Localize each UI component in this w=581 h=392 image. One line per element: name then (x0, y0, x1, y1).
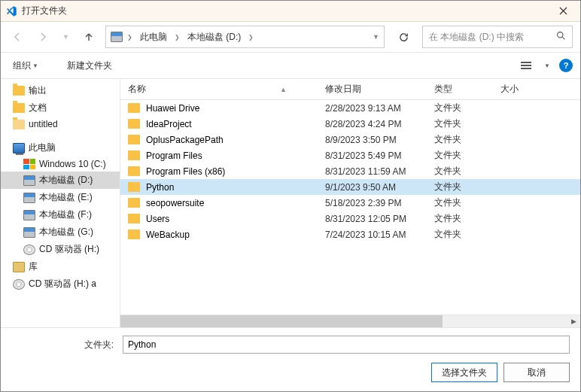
tree-node[interactable]: 本地磁盘 (G:) (1, 223, 120, 241)
tree-node[interactable]: 本地磁盘 (F:) (1, 206, 120, 223)
file-row[interactable]: WeBackup7/24/2023 10:15 AM文件夹 (120, 226, 580, 242)
folder-icon (13, 120, 25, 129)
scrollbar-right-arrow[interactable]: ▶ (567, 315, 580, 327)
file-row[interactable]: Program Files (x86)8/31/2023 11:59 AM文件夹 (120, 163, 580, 179)
folder-input[interactable] (123, 336, 570, 354)
svg-point-0 (558, 32, 563, 38)
folder-label: 文件夹: (11, 339, 117, 351)
view-button[interactable] (517, 59, 535, 71)
horizontal-scrollbar[interactable]: ▶ (120, 315, 580, 327)
disk-icon (23, 227, 35, 238)
chevron-right-icon: ❯ (248, 34, 254, 41)
folder-icon (128, 135, 140, 144)
tree-node[interactable]: CD 驱动器 (H:) a (1, 275, 120, 293)
file-row[interactable]: OplusPackagePath8/9/2023 3:50 PM文件夹 (120, 132, 580, 147)
close-button[interactable] (550, 1, 576, 21)
folder-icon (13, 86, 25, 96)
tree-node[interactable]: 本地磁盘 (E:) (1, 189, 120, 206)
sort-indicator-icon: ▲ (280, 86, 309, 93)
file-list-panel: 名称▲ 修改日期 类型 大小 Huawei Drive2/28/2023 9:1… (120, 79, 580, 327)
search-placeholder: 在 本地磁盘 (D:) 中搜索 (429, 31, 524, 44)
cd-icon (13, 279, 25, 290)
folder-icon (128, 229, 140, 239)
col-name[interactable]: 名称▲ (120, 79, 318, 99)
cd-icon (23, 245, 35, 255)
file-row[interactable]: Huawei Drive2/28/2023 9:13 AM文件夹 (120, 100, 580, 116)
col-type[interactable]: 类型 (427, 79, 493, 99)
help-button[interactable]: ? (559, 59, 573, 72)
disk-icon (23, 175, 35, 186)
crumb-pc[interactable]: 此电脑 (137, 29, 170, 45)
tree-node[interactable]: Windows 10 (C:) (1, 156, 120, 172)
file-row[interactable]: Python9/1/2023 9:50 AM文件夹 (120, 179, 580, 195)
pc-icon (13, 143, 25, 153)
file-row[interactable]: Users8/31/2023 12:05 PM文件夹 (120, 211, 580, 226)
up-button[interactable] (80, 28, 98, 46)
recent-dropdown[interactable]: ▼ (59, 30, 72, 44)
footer: 文件夹: 选择文件夹 取消 (1, 327, 580, 391)
refresh-button[interactable] (392, 26, 415, 48)
folder-icon (128, 214, 140, 223)
file-row[interactable]: seopowersuite5/18/2023 2:39 PM文件夹 (120, 195, 580, 211)
folder-icon (128, 166, 140, 176)
vscode-icon (5, 5, 17, 17)
scrollbar-thumb[interactable] (120, 315, 443, 327)
col-date[interactable]: 修改日期 (318, 79, 427, 99)
back-button[interactable] (8, 28, 26, 46)
tree-node[interactable]: 库 (1, 258, 120, 275)
organize-button[interactable]: 组织▼ (8, 56, 43, 75)
new-folder-button[interactable]: 新建文件夹 (62, 56, 117, 75)
disk-icon (23, 210, 35, 220)
crumb-drive[interactable]: 本地磁盘 (D:) (184, 29, 244, 45)
folder-icon (128, 198, 140, 208)
file-row[interactable]: Program Files8/31/2023 5:49 PM文件夹 (120, 147, 580, 163)
search-input[interactable]: 在 本地磁盘 (D:) 中搜索 (422, 26, 573, 48)
window-title: 打开文件夹 (22, 5, 550, 17)
col-size[interactable]: 大小 (493, 79, 580, 99)
tree-node[interactable]: 此电脑 (1, 139, 120, 156)
view-dropdown[interactable]: ▼ (544, 62, 550, 69)
folder-icon (128, 119, 140, 129)
file-row[interactable]: IdeaProject8/28/2023 4:24 PM文件夹 (120, 116, 580, 132)
toolbar: 组织▼ 新建文件夹 ▼ ? (1, 52, 580, 79)
search-icon (556, 31, 566, 43)
path-box[interactable]: ❯ 此电脑 ❯ 本地磁盘 (D:) ❯ ▼ (105, 26, 385, 48)
disk-icon (111, 32, 123, 42)
folder-icon (128, 182, 140, 192)
chevron-right-icon: ❯ (175, 34, 180, 41)
tree-node[interactable]: untitled (1, 117, 120, 132)
folder-icon (128, 103, 140, 113)
tree-node[interactable]: 文档 (1, 99, 120, 117)
cancel-button[interactable]: 取消 (503, 363, 570, 382)
tree-node[interactable]: CD 驱动器 (H:) (1, 241, 120, 258)
nav-row: ▼ ❯ 此电脑 ❯ 本地磁盘 (D:) ❯ ▼ 在 本地磁盘 (D:) 中搜索 (1, 22, 580, 52)
column-header: 名称▲ 修改日期 类型 大小 (120, 79, 580, 100)
forward-button[interactable] (34, 28, 52, 46)
tree-node[interactable]: 本地磁盘 (D:) (1, 172, 120, 189)
chevron-right-icon: ❯ (127, 34, 132, 41)
windows-icon (23, 159, 35, 169)
tree-panel: 输出文档untitled此电脑Windows 10 (C:)本地磁盘 (D:)本… (1, 79, 120, 327)
file-list: Huawei Drive2/28/2023 9:13 AM文件夹IdeaProj… (120, 100, 580, 315)
titlebar: 打开文件夹 (1, 1, 580, 22)
tree-node[interactable]: 输出 (1, 82, 120, 99)
library-icon (13, 262, 25, 272)
disk-icon (23, 193, 35, 203)
folder-icon (13, 103, 25, 113)
chevron-down-icon[interactable]: ▼ (373, 33, 379, 41)
folder-icon (128, 150, 140, 160)
select-folder-button[interactable]: 选择文件夹 (431, 363, 497, 382)
close-icon (559, 7, 567, 15)
